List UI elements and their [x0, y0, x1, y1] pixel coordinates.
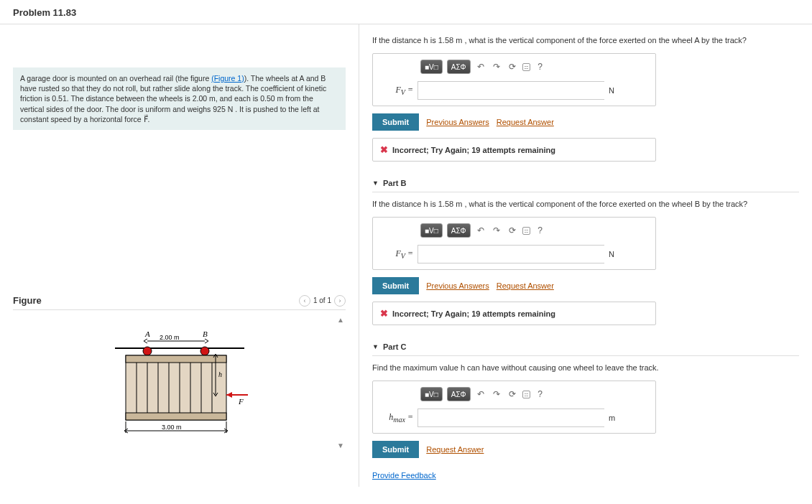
svg-marker-21 [226, 392, 232, 398]
partA-toolbar: ■V□ ΑΣΦ ↶ ↷ ⟳ :::: ? [380, 60, 648, 74]
help-icon[interactable]: ? [535, 61, 546, 73]
left-column: A garage door is mounted on an overhead … [0, 24, 359, 487]
partA-variable: FV = [380, 85, 413, 96]
partB-header[interactable]: ▼ Part B [372, 179, 799, 187]
caret-down-icon: ▼ [372, 179, 379, 187]
partA-previous-answers-link[interactable]: Previous Answers [426, 118, 489, 126]
svg-rect-5 [126, 413, 226, 420]
keyboard-icon[interactable]: :::: [522, 391, 530, 398]
figure-prev-button[interactable]: ‹ [299, 295, 310, 307]
partA-question: If the distance h is 1.58 m , what is th… [372, 36, 799, 45]
problem-statement: A garage door is mounted on an overhead … [13, 67, 346, 130]
partC-header[interactable]: ▼ Part C [372, 342, 799, 351]
partA-input[interactable] [417, 81, 604, 100]
partB-toolbar: ■V□ ΑΣΦ ↶ ↷ ⟳ :::: ? [380, 223, 648, 238]
provide-feedback-link[interactable]: Provide Feedback [372, 471, 436, 480]
partA-submit-button[interactable]: Submit [372, 113, 419, 131]
keyboard-icon[interactable]: :::: [522, 227, 530, 235]
incorrect-icon: ✖ [380, 144, 388, 155]
partB-request-answer-link[interactable]: Request Answer [497, 281, 554, 290]
help-icon[interactable]: ? [535, 225, 546, 236]
svg-text:h: h [218, 370, 222, 378]
redo-icon[interactable]: ↷ [491, 388, 502, 400]
partC-variable: hmax = [380, 412, 413, 424]
reset-icon[interactable]: ⟳ [507, 388, 518, 400]
svg-point-2 [200, 347, 209, 355]
svg-text:3.00 m: 3.00 m [162, 424, 182, 431]
templates-button[interactable]: ■V□ [420, 60, 443, 74]
svg-rect-3 [126, 355, 226, 420]
partB-feedback-text: Incorrect; Try Again; 19 attempts remain… [392, 309, 555, 318]
page-header: Problem 11.83 [0, 0, 812, 24]
partB-unit: N [609, 250, 622, 258]
help-icon[interactable]: ? [535, 388, 546, 400]
partB-feedback: ✖ Incorrect; Try Again; 19 attempts rema… [372, 302, 656, 325]
svg-rect-4 [126, 355, 226, 363]
partB-question: If the distance h is 1.58 m , what is th… [372, 200, 799, 208]
redo-icon[interactable]: ↷ [491, 225, 502, 236]
undo-icon[interactable]: ↶ [475, 225, 486, 236]
reset-icon[interactable]: ⟳ [507, 225, 518, 236]
partC-input[interactable] [417, 409, 604, 427]
problem-text-1: A garage door is mounted on an overhead … [20, 74, 211, 83]
scroll-down-icon[interactable]: ▼ [337, 442, 344, 449]
partC-submit-button[interactable]: Submit [372, 441, 419, 458]
svg-text:F: F [238, 397, 244, 406]
partB-title: Part B [383, 179, 406, 187]
partA-feedback-text: Incorrect; Try Again; 19 attempts remain… [392, 146, 555, 154]
partB-input[interactable] [417, 245, 604, 263]
svg-point-1 [143, 347, 152, 355]
figure-counter: 1 of 1 [313, 297, 331, 304]
redo-icon[interactable]: ↷ [491, 61, 502, 73]
greek-button[interactable]: ΑΣΦ [447, 387, 471, 401]
greek-button[interactable]: ΑΣΦ [447, 60, 471, 74]
templates-button[interactable]: ■V□ [420, 387, 443, 401]
figure-nav: ‹ 1 of 1 › [299, 295, 346, 307]
reset-icon[interactable]: ⟳ [507, 61, 518, 73]
svg-text:A: A [144, 330, 150, 338]
caret-down-icon: ▼ [372, 343, 379, 350]
partB-previous-answers-link[interactable]: Previous Answers [426, 281, 489, 290]
problem-title: Problem 11.83 [13, 7, 799, 18]
figure-title: Figure [13, 295, 42, 306]
svg-text:B: B [203, 330, 208, 338]
templates-button[interactable]: ■V□ [420, 223, 443, 238]
right-column: If the distance h is 1.58 m , what is th… [359, 24, 812, 487]
partA-feedback: ✖ Incorrect; Try Again; 19 attempts rema… [372, 138, 656, 162]
undo-icon[interactable]: ↶ [475, 388, 486, 400]
partA-unit: N [609, 86, 622, 95]
undo-icon[interactable]: ↶ [475, 61, 486, 73]
partA-request-answer-link[interactable]: Request Answer [497, 118, 554, 126]
incorrect-icon: ✖ [380, 308, 388, 319]
partC-question: Find the maximum value h can have withou… [372, 363, 799, 372]
svg-text:2.00 m: 2.00 m [160, 334, 180, 341]
figure-next-button[interactable]: › [334, 295, 346, 307]
figure-image: A B 2.00 m h F [13, 324, 346, 442]
partB-variable: FV = [380, 248, 413, 260]
partB-submit-button[interactable]: Submit [372, 277, 419, 294]
partC-title: Part C [383, 342, 406, 351]
greek-button[interactable]: ΑΣΦ [447, 223, 471, 238]
figure-section: Figure ‹ 1 of 1 › ▲ [0, 295, 359, 449]
scroll-up-icon[interactable]: ▲ [337, 316, 344, 324]
partC-answer-box: ■V□ ΑΣΦ ↶ ↷ ⟳ :::: ? hmax = m [372, 381, 656, 434]
figure-link[interactable]: (Figure 1) [211, 74, 244, 83]
partB-answer-box: ■V□ ΑΣΦ ↶ ↷ ⟳ :::: ? FV = N [372, 217, 656, 270]
keyboard-icon[interactable]: :::: [522, 63, 530, 71]
partA-answer-box: ■V□ ΑΣΦ ↶ ↷ ⟳ :::: ? FV = N [372, 53, 656, 106]
partC-request-answer-link[interactable]: Request Answer [426, 445, 484, 454]
partC-toolbar: ■V□ ΑΣΦ ↶ ↷ ⟳ :::: ? [380, 387, 648, 401]
partC-unit: m [609, 414, 622, 422]
